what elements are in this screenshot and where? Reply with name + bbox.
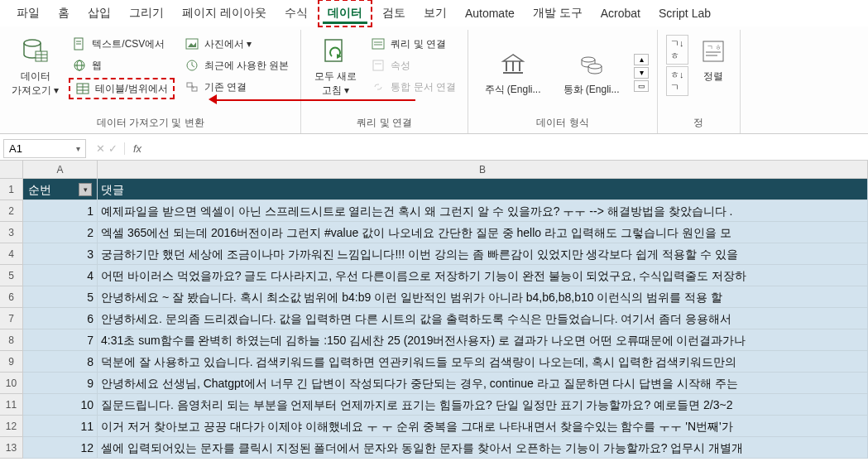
cell-comment[interactable]: 안녕하세요 ~ 잘 봤습니다. 혹시 최소값 범위에 b4:b9 이런 일반적인… [98,286,868,308]
row-header[interactable]: 3 [0,222,23,243]
cell-comment[interactable]: 어떤 바이러스 먹었을까요? 글도 다사라지고, 우선 다른이름으로 저장하기 … [98,265,868,286]
svg-text:ㄱ ㅎ: ㄱ ㅎ [707,44,722,51]
recent-sources-label: 최근에 사용한 원본 [204,59,290,73]
name-box-dropdown-icon[interactable]: ▾ [76,144,80,153]
cell-comment[interactable]: 덕분에 잘 사용하고 있습니다. 검색키워드를 입력하면 연관키워드들 모두의 … [98,351,868,373]
queries-connections-button[interactable]: 쿼리 및 연결 [367,35,459,53]
text-file-icon [72,36,87,51]
cell-seq[interactable]: 3 [23,243,98,265]
from-text-csv-label: 텍스트/CSV에서 [92,37,165,51]
from-picture-button[interactable]: 사진에서 ▾ [181,35,293,53]
cell-comment[interactable]: 안녕하세요. 문의좀 드리겠습니다. 값을 입력하면 다른 시트의 값을 출력하… [98,308,868,329]
menu-scriptlab[interactable]: Script Lab [650,2,719,25]
existing-connections-button[interactable]: 기존 연결 [181,78,293,96]
cell-seq[interactable]: 8 [23,351,98,373]
cell-seq[interactable]: 9 [23,373,98,394]
cell-comment[interactable]: 질문드립니다. 음영처리 되는 부분을 언제부터 언제까지로 표기는 힘들까요?… [98,394,868,416]
col-header-B[interactable]: B [98,161,868,179]
header-comment-label: 댓글 [101,179,124,200]
cell-comment[interactable]: 4:31초 sum함수를 완벽히 하였는데 김하늘 :150 김세찬 25 (2… [98,329,868,351]
from-web-button[interactable]: 웹 [69,56,174,75]
header-cell-seq[interactable]: 순번 ▾ [23,179,98,200]
menu-automate[interactable]: Automate [457,2,523,25]
currency-datatype-button[interactable]: 통화 (Engli... [552,46,631,100]
formula-buttons: ✕ ✓ [89,142,125,155]
row-header[interactable]: 13 [0,437,23,459]
cell-seq[interactable]: 4 [23,265,98,286]
select-all-corner[interactable] [0,161,23,179]
fx-icon[interactable]: fx [128,142,146,155]
cell-seq[interactable]: 12 [23,437,98,459]
table-row: 10 9 안녕하세요 선생님, Chatgpt에서 너무 긴 답변이 작성되다가… [0,373,868,394]
svg-marker-28 [503,55,523,61]
menu-developer[interactable]: 개발 도구 [525,1,591,26]
sort-desc-button[interactable]: ㅎ↓ㄱ [666,66,688,96]
menu-pagelayout[interactable]: 페이지 레이아웃 [174,1,275,26]
connection-icon [185,79,199,94]
cell-seq[interactable]: 10 [23,394,98,416]
recent-sources-button[interactable]: 최근에 사용한 원본 [181,56,293,75]
row-header[interactable]: 2 [0,200,23,222]
cell-seq[interactable]: 7 [23,329,98,351]
clock-icon [185,58,199,73]
row-header-1[interactable]: 1 [0,179,23,200]
table-row: 8 7 4:31초 sum함수를 완벽히 하였는데 김하늘 :150 김세찬 2… [0,329,868,351]
cell-seq[interactable]: 2 [23,222,98,243]
col-header-A[interactable]: A [23,161,98,179]
svg-point-34 [588,64,602,69]
sort-asc-button[interactable]: ㄱ↓ㅎ [666,35,688,65]
sort-label: 정렬 [703,70,723,84]
formula-bar: A1 ▾ ✕ ✓ fx [0,134,868,161]
sort-icon: ㄱ ㅎ [698,36,728,66]
stocks-datatype-button[interactable]: 주식 (Engli... [473,46,552,100]
cell-seq[interactable]: 11 [23,416,98,437]
get-data-button[interactable]: 데이터 가져오기 ▾ [5,33,65,113]
cell-comment[interactable]: 궁금하기만 했던 세상에 조금이나마 가까워진 느낌입니다!!! 이번 강의는 … [98,243,868,265]
filter-button-seq[interactable]: ▾ [79,183,92,196]
table-row: 4 3 궁금하기만 했던 세상에 조금이나마 가까워진 느낌입니다!!! 이번 … [0,243,868,265]
svg-point-33 [582,57,595,62]
cell-comment[interactable]: 안녕하세요 선생님, Chatgpt에서 너무 긴 답변이 작성되다가 중단되는… [98,373,868,394]
menu-draw[interactable]: 그리기 [121,1,172,26]
cell-seq[interactable]: 1 [23,200,98,222]
from-table-range-button[interactable]: 테이블/범위에서 [69,78,174,99]
menu-file[interactable]: 파일 [8,1,48,26]
menu-home[interactable]: 홈 [50,1,78,26]
cell-comment[interactable]: 이거 저거 찾아보고 끙끙 대다가 이제야 이해했네요 ㅜ ㅜ 순위 중복을 그… [98,416,868,437]
svg-rect-18 [187,83,192,87]
menu-formulas[interactable]: 수식 [276,1,316,26]
menu-insert[interactable]: 삽입 [79,1,119,26]
currency-label: 통화 (Engli... [563,83,620,97]
row-header[interactable]: 12 [0,416,23,437]
column-headers: A B [0,161,868,179]
name-box[interactable]: A1 ▾ [3,139,86,158]
row-header[interactable]: 9 [0,351,23,373]
datatype-gallery-nav[interactable]: ▴ ▾ ▭ [631,50,652,95]
row-header[interactable]: 11 [0,394,23,416]
menu-view[interactable]: 보기 [415,1,455,26]
row-header[interactable]: 4 [0,243,23,265]
cell-seq[interactable]: 5 [23,286,98,308]
row-header[interactable]: 6 [0,286,23,308]
annotation-arrow-line [213,99,415,101]
cell-seq[interactable]: 6 [23,308,98,329]
row-header[interactable]: 7 [0,308,23,329]
menubar: 파일 홈 삽입 그리기 페이지 레이아웃 수식 데이터 검토 보기 Automa… [0,0,868,26]
menu-acrobat[interactable]: Acrobat [592,2,649,25]
cell-comment[interactable]: 엑셀 365에선 되는데 2016버전이라 그런지 #value 값이 나오네요… [98,222,868,243]
table-row: 13 12 셀에 입력되어있는 문자를 클릭시 지정된 폴더에서 문자와 동일한… [0,437,868,459]
row-header[interactable]: 5 [0,265,23,286]
header-cell-comment[interactable]: 댓글 [98,179,868,200]
row-header[interactable]: 8 [0,329,23,351]
formula-input[interactable] [146,147,868,151]
sort-button[interactable]: ㄱ ㅎ 정렬 [692,33,735,113]
from-text-csv-button[interactable]: 텍스트/CSV에서 [69,35,174,53]
menu-review[interactable]: 검토 [374,1,414,26]
row-header[interactable]: 10 [0,373,23,394]
cell-comment[interactable]: 예제파일을 받으면 엑셀이 아닌 스프레드시트로 열리는건 혹시 왜 그런지 알… [98,200,868,222]
coins-icon [577,50,607,79]
cell-comment[interactable]: 셀에 입력되어있는 문자를 클릭시 지정된 폴더에서 문자와 동일한 문자를 찾… [98,437,868,459]
picture-icon [185,36,199,51]
menu-data[interactable]: 데이터 [318,0,372,27]
queries-connections-label: 쿼리 및 연결 [391,37,446,51]
